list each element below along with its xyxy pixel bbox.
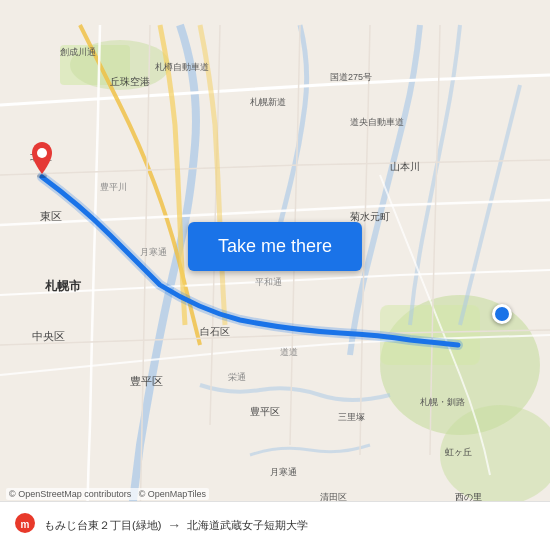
svg-text:白石区: 白石区 bbox=[200, 326, 230, 337]
svg-text:豊平区: 豊平区 bbox=[130, 375, 163, 387]
svg-text:丘珠空港: 丘珠空港 bbox=[110, 76, 150, 87]
map-container: 北区 東区 札幌市 中央区 豊平区 白石区 豊平区 菊水元町 山本川 丘珠空港 … bbox=[0, 0, 550, 550]
route-origin: もみじ台東２丁目(緑地) bbox=[44, 518, 161, 533]
svg-text:栄通: 栄通 bbox=[228, 372, 246, 382]
svg-text:豊平川: 豊平川 bbox=[100, 182, 127, 192]
svg-text:札幌・釧路: 札幌・釧路 bbox=[420, 397, 465, 407]
take-me-there-button[interactable]: Take me there bbox=[188, 222, 362, 271]
svg-text:虹ヶ丘: 虹ヶ丘 bbox=[445, 447, 472, 457]
svg-text:m: m bbox=[21, 519, 30, 530]
route-destination: 北海道武蔵女子短期大学 bbox=[187, 518, 308, 533]
svg-point-32 bbox=[37, 148, 47, 158]
svg-text:平和通: 平和通 bbox=[255, 277, 282, 287]
svg-text:菊水元町: 菊水元町 bbox=[350, 211, 390, 222]
svg-text:三里塚: 三里塚 bbox=[338, 412, 365, 422]
bottom-bar: m もみじ台東２丁目(緑地) → 北海道武蔵女子短期大学 bbox=[0, 501, 550, 550]
svg-text:道央自動車道: 道央自動車道 bbox=[350, 117, 404, 127]
svg-text:月寒通: 月寒通 bbox=[140, 247, 167, 257]
svg-point-31 bbox=[37, 174, 47, 178]
svg-text:道道: 道道 bbox=[280, 347, 298, 357]
destination-marker bbox=[492, 304, 512, 324]
svg-text:札幌市: 札幌市 bbox=[44, 279, 82, 293]
route-arrow: → bbox=[167, 517, 181, 533]
attribution: © OpenStreetMap contributors © OpenMapTi… bbox=[6, 488, 209, 500]
svg-text:中央区: 中央区 bbox=[32, 330, 65, 342]
svg-text:国道275号: 国道275号 bbox=[330, 72, 372, 82]
origin-marker bbox=[28, 140, 56, 168]
svg-text:月寒通: 月寒通 bbox=[270, 467, 297, 477]
svg-text:山本川: 山本川 bbox=[390, 161, 420, 172]
osm-attribution: © OpenStreetMap contributors bbox=[9, 489, 131, 499]
tiles-attribution: © OpenMapTiles bbox=[139, 489, 206, 499]
map-svg: 北区 東区 札幌市 中央区 豊平区 白石区 豊平区 菊水元町 山本川 丘珠空港 … bbox=[0, 0, 550, 550]
route-info: もみじ台東２丁目(緑地) → 北海道武蔵女子短期大学 bbox=[44, 517, 536, 533]
svg-text:豊平区: 豊平区 bbox=[250, 406, 280, 417]
svg-text:札樽自動車道: 札樽自動車道 bbox=[155, 62, 209, 72]
svg-text:東区: 東区 bbox=[40, 210, 62, 222]
svg-text:創成川通: 創成川通 bbox=[60, 47, 96, 57]
moovit-logo: m bbox=[14, 512, 36, 538]
svg-text:札幌新道: 札幌新道 bbox=[250, 97, 286, 107]
